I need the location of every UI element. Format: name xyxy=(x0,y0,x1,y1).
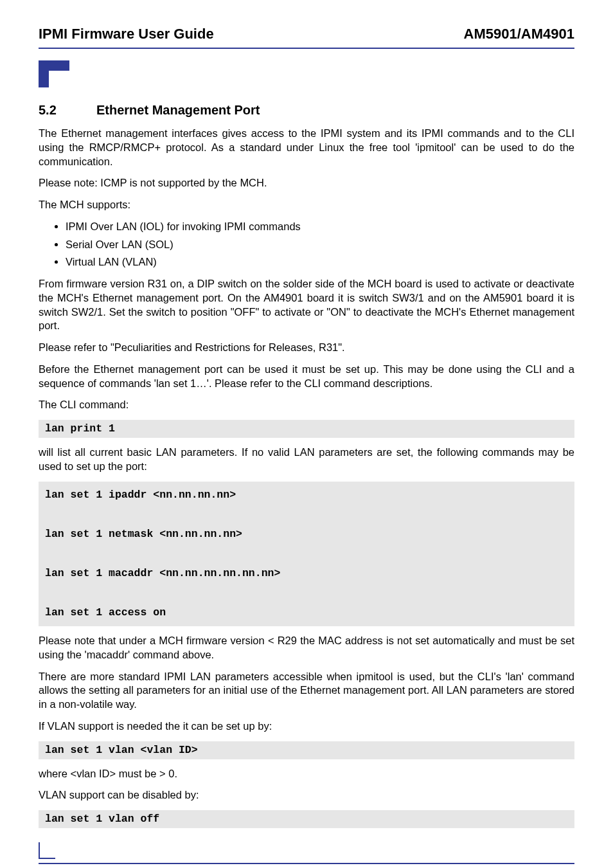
paragraph: The CLI command: xyxy=(39,398,574,412)
header-rule xyxy=(39,48,574,49)
footer-corner-icon xyxy=(39,842,55,859)
code-block: lan set 1 ipaddr <nn.nn.nn.nn> lan set 1… xyxy=(39,482,574,627)
paragraph: where <vlan ID> must be > 0. xyxy=(39,767,574,781)
header-left: IPMI Firmware User Guide xyxy=(39,26,214,42)
paragraph: Please note that under a MCH firmware ve… xyxy=(39,634,574,662)
list-item: Serial Over LAN (SOL) xyxy=(66,238,574,252)
section-heading: 5.2 Ethernet Management Port xyxy=(39,103,574,118)
list-item: Virtual LAN (VLAN) xyxy=(66,255,574,269)
paragraph: will list all current basic LAN paramete… xyxy=(39,446,574,474)
paragraph: There are more standard IPMI LAN paramet… xyxy=(39,670,574,712)
code-block: lan set 1 vlan <vlan ID> xyxy=(39,741,574,759)
paragraph: The Ethernet management interfaces gives… xyxy=(39,127,574,168)
bullet-list: IPMI Over LAN (IOL) for invoking IPMI co… xyxy=(39,220,574,269)
section-title: Ethernet Management Port xyxy=(96,103,260,118)
paragraph: Before the Ethernet management port can … xyxy=(39,363,574,391)
running-header: IPMI Firmware User Guide AM5901/AM4901 xyxy=(39,26,574,42)
corner-logo-icon xyxy=(39,60,69,91)
paragraph: If VLAN support is needed the it can be … xyxy=(39,719,574,734)
list-item: IPMI Over LAN (IOL) for invoking IPMI co… xyxy=(66,220,574,234)
code-block: lan set 1 vlan off xyxy=(39,810,574,828)
code-block: lan print 1 xyxy=(39,420,574,438)
footer-rule xyxy=(39,863,574,864)
section-number: 5.2 xyxy=(39,103,96,118)
paragraph: From firmware version R31 on, a DIP swit… xyxy=(39,277,574,333)
header-right: AM5901/AM4901 xyxy=(464,26,574,42)
paragraph: The MCH supports: xyxy=(39,198,574,212)
paragraph: Please note: ICMP is not supported by th… xyxy=(39,176,574,190)
body: The Ethernet management interfaces gives… xyxy=(39,127,574,828)
page: IPMI Firmware User Guide AM5901/AM4901 5… xyxy=(0,0,613,868)
paragraph: VLAN support can be disabled by: xyxy=(39,788,574,802)
paragraph: Please refer to "Peculiarities and Restr… xyxy=(39,341,574,355)
